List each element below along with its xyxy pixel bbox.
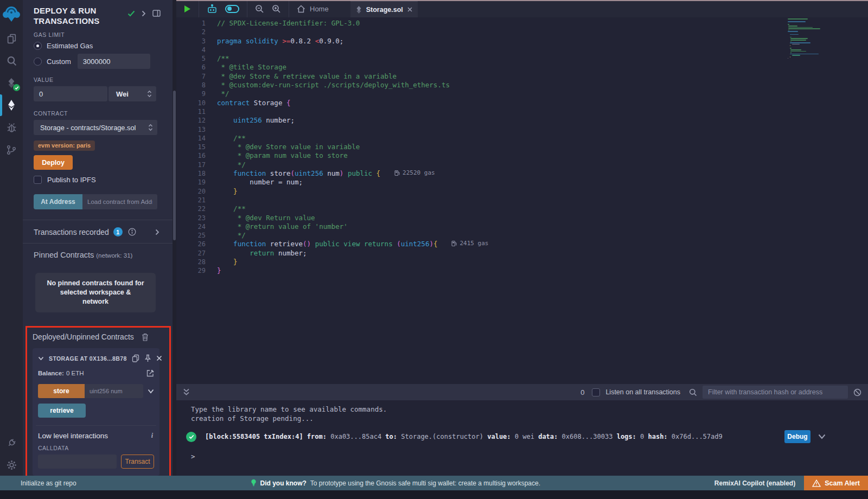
chevron-down-icon[interactable] bbox=[38, 356, 44, 361]
tab-storage-sol[interactable]: Storage.sol bbox=[350, 1, 418, 17]
code-line[interactable]: */ bbox=[214, 161, 781, 169]
code-editor[interactable]: 1234567891011121314151617181920212223242… bbox=[176, 17, 868, 384]
code-line[interactable]: /** bbox=[214, 204, 781, 213]
code-line[interactable]: } bbox=[214, 187, 781, 196]
custom-gas-radio[interactable] bbox=[34, 57, 42, 66]
expand-log-chevron-icon[interactable] bbox=[818, 434, 826, 439]
remix-logo-icon[interactable] bbox=[0, 4, 23, 23]
code-line[interactable] bbox=[214, 107, 781, 116]
code-line[interactable]: // SPDX-License-Identifier: GPL-3.0 bbox=[214, 19, 781, 28]
terminal-prompt[interactable]: > bbox=[191, 452, 868, 461]
code-line[interactable]: uint256 number; bbox=[214, 116, 781, 125]
editor-code[interactable]: // SPDX-License-Identifier: GPL-3.0pragm… bbox=[214, 19, 781, 276]
contract-instance-label[interactable]: STORAGE AT 0X136...8B78 bbox=[49, 355, 127, 362]
clear-terminal-ban-icon[interactable] bbox=[853, 388, 861, 396]
code-line[interactable] bbox=[214, 125, 781, 134]
run-script-play-icon[interactable] bbox=[184, 5, 191, 13]
debugger-icon[interactable] bbox=[0, 121, 23, 134]
terminal-filter-input[interactable] bbox=[703, 386, 848, 399]
home-icon[interactable] bbox=[297, 5, 305, 13]
debug-button[interactable]: Debug bbox=[784, 430, 810, 443]
code-line[interactable] bbox=[214, 46, 781, 54]
transact-button[interactable]: Transact bbox=[121, 455, 154, 469]
custom-gas-input[interactable] bbox=[78, 54, 150, 69]
at-address-button[interactable]: At Address bbox=[34, 194, 82, 209]
contract-select-value: Storage - contracts/Storage.sol bbox=[40, 124, 148, 132]
code-line[interactable]: */ bbox=[214, 231, 781, 240]
contract-select[interactable]: Storage - contracts/Storage.sol bbox=[34, 120, 157, 135]
at-address-input[interactable] bbox=[82, 194, 157, 209]
code-line[interactable]: * @dev Store & retrieve value in a varia… bbox=[214, 72, 781, 81]
trash-icon[interactable] bbox=[142, 333, 149, 341]
git-init-status[interactable]: Initialize as git repo bbox=[21, 479, 76, 487]
terminal-body[interactable]: Type the library name to see available c… bbox=[176, 400, 868, 476]
value-input[interactable] bbox=[34, 86, 107, 101]
zoom-in-icon[interactable] bbox=[272, 4, 281, 14]
panel-scrollbar-thumb[interactable] bbox=[173, 91, 176, 240]
plugin-manager-icon[interactable] bbox=[0, 436, 23, 449]
value-unit-select[interactable]: Wei bbox=[108, 86, 156, 101]
deployed-section-annotation-box: Deployed/Unpinned Contracts STORAGE AT 0… bbox=[25, 326, 171, 476]
ai-copilot-robot-icon[interactable] bbox=[207, 4, 218, 14]
minimap-line bbox=[788, 58, 788, 59]
code-line[interactable]: function retrieve() public view returns … bbox=[214, 240, 781, 248]
code-line[interactable]: * @custom:dev-run-script ./scripts/deplo… bbox=[214, 81, 781, 89]
home-tab-label[interactable]: Home bbox=[310, 5, 329, 13]
code-line[interactable]: contract Storage { bbox=[214, 99, 781, 107]
info-icon[interactable]: i bbox=[151, 432, 154, 440]
file-explorer-icon[interactable] bbox=[0, 32, 23, 45]
pin-icon[interactable] bbox=[144, 354, 151, 362]
zoom-out-icon[interactable] bbox=[255, 4, 264, 14]
panel-pin-view-icon[interactable] bbox=[152, 10, 161, 17]
deploy-run-icon[interactable] bbox=[0, 99, 23, 112]
scam-alert-button[interactable]: Scam Alert bbox=[804, 476, 868, 490]
edit-icon[interactable] bbox=[146, 369, 154, 377]
expand-args-chevron-icon[interactable] bbox=[148, 389, 154, 394]
code-line[interactable]: * @param num value to store bbox=[214, 151, 781, 160]
deploy-button[interactable]: Deploy bbox=[34, 155, 73, 170]
transactions-recorded-row[interactable]: Transactions recorded 1 bbox=[34, 220, 157, 243]
terminal-expand-chevrons-icon[interactable] bbox=[183, 388, 190, 396]
line-number: 26 bbox=[176, 240, 214, 248]
retrieve-function-button[interactable]: retrieve bbox=[38, 404, 86, 418]
code-line[interactable]: * @dev Store value in variable bbox=[214, 143, 781, 151]
panel-scrollbar[interactable] bbox=[173, 0, 176, 476]
copilot-toggle-switch[interactable] bbox=[225, 5, 239, 13]
publish-ipfs-label: Publish to IPFS bbox=[47, 176, 96, 184]
code-line[interactable] bbox=[214, 196, 781, 204]
publish-ipfs-checkbox[interactable] bbox=[34, 176, 42, 184]
panel-chevron-right-icon[interactable] bbox=[142, 10, 146, 17]
code-line[interactable]: * @dev Return value bbox=[214, 214, 781, 222]
search-icon[interactable] bbox=[0, 54, 23, 67]
code-line[interactable] bbox=[214, 28, 781, 36]
listen-all-transactions-checkbox[interactable] bbox=[592, 388, 600, 396]
copy-icon[interactable] bbox=[132, 354, 139, 362]
code-line[interactable]: number = num; bbox=[214, 178, 781, 187]
solidity-compiler-icon[interactable] bbox=[0, 76, 23, 89]
transaction-log-row[interactable]: [block:5583405 txIndex:4] from: 0xa03...… bbox=[186, 430, 868, 443]
code-line[interactable]: return number; bbox=[214, 249, 781, 258]
code-line[interactable]: /** bbox=[214, 54, 781, 63]
code-line[interactable]: * @return value of 'number' bbox=[214, 222, 781, 231]
close-icon[interactable] bbox=[156, 355, 162, 361]
code-line[interactable]: * @title Storage bbox=[214, 63, 781, 72]
store-argument-input[interactable] bbox=[85, 384, 143, 398]
copilot-status[interactable]: RemixAI Copilot (enabled) bbox=[714, 479, 795, 487]
editor-minimap[interactable] bbox=[788, 18, 824, 59]
chevron-right-icon[interactable] bbox=[155, 229, 159, 235]
code-line[interactable]: } bbox=[214, 258, 781, 266]
tab-close-icon[interactable] bbox=[407, 7, 412, 12]
code-line[interactable]: function store(uint256 num) public {2252… bbox=[214, 169, 781, 178]
git-icon[interactable] bbox=[0, 143, 23, 156]
code-line[interactable]: /** bbox=[214, 134, 781, 143]
code-line[interactable]: } bbox=[214, 266, 781, 275]
evm-version-badge: evm version: paris bbox=[34, 140, 95, 151]
code-line[interactable]: */ bbox=[214, 89, 781, 98]
info-icon[interactable] bbox=[128, 228, 136, 236]
estimated-gas-radio[interactable] bbox=[34, 42, 42, 50]
settings-icon[interactable] bbox=[0, 458, 23, 471]
calldata-input[interactable] bbox=[38, 455, 117, 469]
code-line[interactable]: pragma solidity >=0.8.2 <0.9.0; bbox=[214, 37, 781, 46]
store-function-button[interactable]: store bbox=[38, 384, 85, 398]
minimap-line bbox=[790, 37, 792, 38]
